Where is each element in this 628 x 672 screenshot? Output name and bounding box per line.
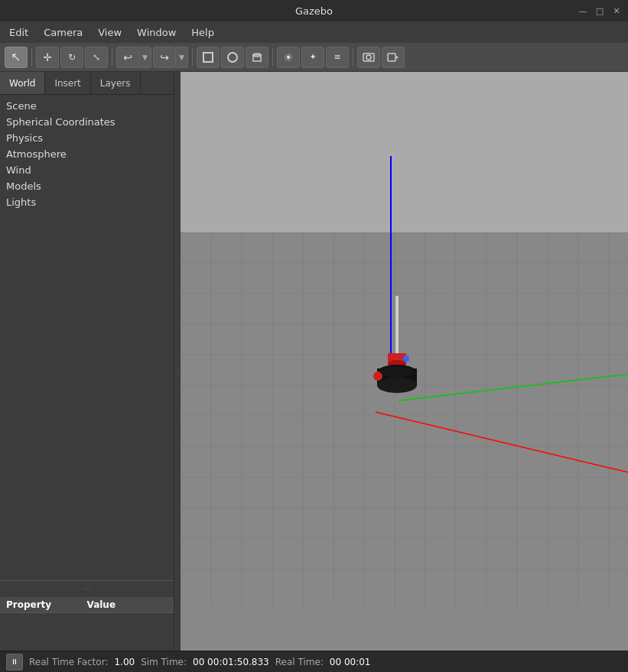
main-layout: World Insert Layers Scene Spherical Coor… xyxy=(0,72,628,672)
statusbar: ⏸ Real Time Factor: 1.00 Sim Time: 00 00… xyxy=(0,651,628,672)
spot-light-button[interactable]: ≡ xyxy=(326,47,349,68)
value-col-header: Value xyxy=(87,599,168,610)
directional-light-button[interactable]: ☀ xyxy=(277,47,300,68)
real-time-value: 00 00:01 xyxy=(330,657,371,667)
real-time-factor-label: Real Time Factor: xyxy=(29,657,108,667)
tab-layers[interactable]: Layers xyxy=(91,72,141,94)
grid-svg xyxy=(181,232,628,641)
pause-button[interactable]: ⏸ xyxy=(6,654,23,670)
menu-help[interactable]: Help xyxy=(185,24,220,41)
panel-resize-drag[interactable]: ⋮ xyxy=(174,72,181,672)
sidebar-item-models[interactable]: Models xyxy=(0,178,174,194)
toolbar-separator-4 xyxy=(272,48,273,67)
window-controls: — □ ✕ xyxy=(578,5,622,16)
robot-model xyxy=(351,296,443,398)
tabs: World Insert Layers xyxy=(0,72,174,95)
menu-view[interactable]: View xyxy=(92,24,128,41)
property-col-header: Property xyxy=(6,599,87,610)
scale-tool-button[interactable]: ⤡ xyxy=(85,47,108,68)
svg-rect-6 xyxy=(388,54,395,61)
cylinder-tool-button[interactable] xyxy=(246,47,268,68)
undo-button[interactable]: ↩ xyxy=(116,47,139,68)
viewport-ground xyxy=(181,232,628,641)
menu-camera[interactable]: Camera xyxy=(37,24,89,41)
sidebar-item-scene[interactable]: Scene xyxy=(0,98,174,114)
viewport-sky xyxy=(181,72,628,232)
sidebar-item-atmosphere[interactable]: Atmosphere xyxy=(0,146,174,162)
titlebar: Gazebo — □ ✕ xyxy=(0,0,628,21)
real-time-label: Real Time: xyxy=(275,657,324,667)
property-header: Property Value xyxy=(0,597,174,613)
maximize-button[interactable]: □ xyxy=(594,5,605,16)
sidebar-item-physics[interactable]: Physics xyxy=(0,130,174,146)
undo-dropdown[interactable]: ▼ xyxy=(139,47,151,68)
sidebar-item-lights[interactable]: Lights xyxy=(0,194,174,210)
point-light-button[interactable]: ✦ xyxy=(301,47,324,68)
menu-edit[interactable]: Edit xyxy=(3,24,34,41)
svg-marker-7 xyxy=(396,56,399,59)
toolbar-separator-3 xyxy=(192,48,193,67)
toolbar: ↖ ✛ ↻ ⤡ ↩ ▼ ↪ ▼ ☀ ✦ ≡ xyxy=(0,43,628,72)
sidebar-item-spherical-coordinates[interactable]: Spherical Coordinates xyxy=(0,114,174,130)
sim-time-value: 00 00:01:50.833 xyxy=(193,657,269,667)
svg-point-47 xyxy=(380,367,414,378)
close-button[interactable]: ✕ xyxy=(611,5,622,16)
window-title: Gazebo xyxy=(295,5,333,17)
svg-point-42 xyxy=(403,355,409,362)
menu-window[interactable]: Window xyxy=(131,24,182,41)
translate-tool-button[interactable]: ✛ xyxy=(36,47,59,68)
sim-time-label: Sim Time: xyxy=(141,657,187,667)
record-button[interactable] xyxy=(382,47,405,68)
toolbar-separator-5 xyxy=(353,48,353,67)
panel-resize-handle[interactable]: ··· xyxy=(0,581,174,597)
svg-point-45 xyxy=(377,378,417,393)
redo-dropdown[interactable]: ▼ xyxy=(176,47,188,68)
3d-viewport[interactable]: CSDN @AspyRain xyxy=(181,72,628,672)
rotate-tool-button[interactable]: ↻ xyxy=(60,47,83,68)
box-tool-button[interactable] xyxy=(197,47,220,68)
select-tool-button[interactable]: ↖ xyxy=(5,47,28,68)
svg-point-5 xyxy=(366,55,371,60)
toolbar-separator-2 xyxy=(112,48,112,67)
redo-button[interactable]: ↪ xyxy=(153,47,176,68)
svg-point-1 xyxy=(228,53,237,62)
svg-rect-38 xyxy=(395,296,399,357)
toolbar-separator-1 xyxy=(31,48,32,67)
menubar: Edit Camera View Window Help xyxy=(0,21,628,43)
tab-insert[interactable]: Insert xyxy=(45,72,90,94)
screenshot-button[interactable] xyxy=(357,47,380,68)
minimize-button[interactable]: — xyxy=(578,5,588,16)
sidebar-content: Scene Spherical Coordinates Physics Atmo… xyxy=(0,95,174,580)
sidebar-item-wind[interactable]: Wind xyxy=(0,162,174,178)
real-time-factor-value: 1.00 xyxy=(114,657,135,667)
sphere-tool-button[interactable] xyxy=(221,47,244,68)
tab-world[interactable]: World xyxy=(0,72,45,94)
left-panel: World Insert Layers Scene Spherical Coor… xyxy=(0,72,174,672)
svg-rect-0 xyxy=(203,53,213,62)
